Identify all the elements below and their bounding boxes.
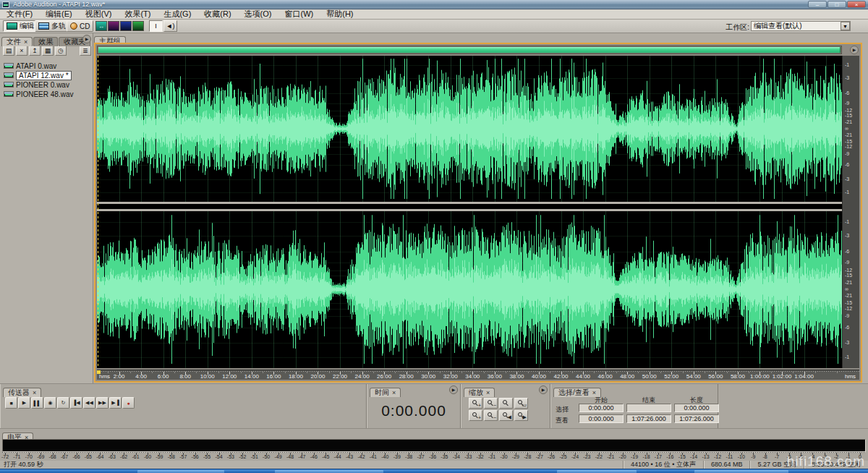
spectral-phase-display-button[interactable] — [132, 21, 144, 31]
insert-into-multitrack-icon[interactable]: ↥ — [29, 46, 41, 56]
close-icon[interactable]: × — [486, 389, 490, 396]
tab-files-1[interactable]: 效果 — [33, 37, 58, 46]
zoom-panel-menu-button[interactable]: ▶ — [539, 385, 548, 394]
tab-time-label: 时间 — [375, 388, 389, 398]
files-panel-menu-button[interactable]: ▶ — [82, 35, 91, 43]
zoom-panel: 缩放× ▶ +−▭+−◀▶ — [461, 384, 550, 429]
timeline-ruler[interactable]: hmshms2:004:006:008:0010:0012:0014:0016:… — [97, 370, 859, 380]
db-center-label: ∞ — [845, 126, 848, 131]
play-button[interactable]: ▶ — [18, 397, 30, 409]
timeline-minor-tick — [616, 372, 617, 373]
zoom-out-horizontal-button[interactable]: − — [484, 398, 498, 409]
db-label: -1 — [845, 219, 849, 224]
go-to-end-button[interactable]: ▶▐ — [109, 397, 122, 409]
zoom-to-right-edge-button[interactable]: ▶ — [514, 410, 528, 421]
waveform-display[interactable] — [97, 56, 842, 368]
play-from-cursor-button[interactable]: ◉ — [44, 397, 56, 409]
timeline-minor-tick — [461, 372, 462, 373]
menu-item-8[interactable]: 帮助(H) — [320, 9, 359, 19]
stop-button[interactable]: ■ — [5, 397, 17, 409]
zoom-full-button[interactable] — [499, 398, 513, 409]
timeline-label: 48:00 — [620, 373, 634, 380]
selection-start-field[interactable]: 0:00.000 — [579, 404, 624, 412]
meter-db-label: -29 — [512, 454, 519, 459]
zoom-to-left-edge-button[interactable]: ◀ — [499, 410, 513, 421]
chevron-down-icon[interactable]: ▼ — [841, 22, 850, 30]
db-label: -6 — [845, 90, 849, 95]
tab-time[interactable]: 时间× — [370, 388, 401, 397]
insert-into-cd-list-icon[interactable]: ▦ — [42, 46, 54, 56]
menu-item-0[interactable]: 文件(F) — [0, 9, 39, 19]
minimize-button[interactable]: – — [808, 1, 827, 8]
zoom-out-vertical-button[interactable]: − — [484, 410, 498, 421]
menu-item-3[interactable]: 效果(T) — [118, 9, 157, 19]
main-panel-menu-button[interactable]: ▶ — [850, 46, 859, 54]
meter-db-label: -72 — [1, 454, 9, 459]
zoom-in-vertical-button[interactable]: + — [469, 410, 482, 421]
playhead-marker[interactable] — [97, 370, 101, 374]
edit-view-button[interactable]: 编辑 — [3, 20, 38, 32]
selection-end-field[interactable] — [626, 404, 671, 412]
db-label: -9 — [845, 151, 849, 156]
fast-forward-button[interactable]: ▶▶ — [96, 397, 109, 409]
close-icon[interactable]: × — [392, 389, 396, 396]
view-start-field[interactable]: 0:00.000 — [579, 414, 624, 423]
timeline-minor-tick — [484, 372, 485, 373]
zoom-to-selection-button[interactable]: ▭ — [514, 398, 528, 409]
time-panel-menu-button[interactable]: ▶ — [449, 385, 458, 394]
close-icon[interactable]: × — [33, 389, 36, 396]
menu-item-6[interactable]: 选项(O) — [238, 9, 278, 19]
sort-options-icon[interactable]: ≣ — [80, 46, 91, 56]
close-icon[interactable]: × — [24, 38, 27, 46]
import-file-icon[interactable]: ▤ — [3, 46, 14, 56]
level-meter-bar[interactable] — [2, 439, 866, 452]
spectral-frequency-display-button[interactable] — [108, 21, 119, 31]
amplitude-ruler[interactable]: -1-1-3-3-6-6-9-9-12-12-15-15-21-21∞-1-1-… — [842, 56, 859, 368]
view-end-field[interactable]: 1:07:26.000 — [626, 414, 671, 423]
multitrack-view-button[interactable]: 多轨 — [35, 20, 69, 32]
meter-db-label: -69 — [37, 454, 44, 459]
spectral-pan-display-button[interactable] — [120, 21, 132, 31]
tab-files-0-label: 文件 — [7, 37, 21, 47]
tab-transport[interactable]: 传送器× — [3, 388, 41, 397]
menu-item-4[interactable]: 生成(G) — [157, 9, 197, 19]
pause-button[interactable]: ▌▌ — [31, 397, 43, 409]
tab-zoom[interactable]: 缩放× — [464, 388, 495, 397]
timeline-label: 58:00 — [731, 373, 745, 380]
restore-button[interactable]: □ — [827, 1, 846, 8]
menu-item-2[interactable]: 视图(V) — [79, 9, 119, 19]
menu-item-7[interactable]: 窗口(W) — [278, 9, 320, 19]
file-item[interactable]: PIONEER 0.wav — [0, 80, 93, 89]
time-selection-tool-button[interactable]: I — [149, 20, 163, 32]
rewind-button[interactable]: ◀◀ — [83, 397, 95, 409]
multitrack-icon — [38, 22, 49, 30]
audio-file-icon — [4, 91, 14, 97]
scrub-tool-button[interactable]: ◄) — [163, 20, 177, 32]
workspace-select[interactable]: 编辑查看(默认) — [751, 21, 851, 31]
waveform-display-button[interactable]: ↔ — [95, 21, 107, 31]
edit-file-icon[interactable]: ◷ — [55, 46, 67, 56]
close-button[interactable]: × — [847, 1, 866, 8]
timeline-minor-tick — [285, 372, 286, 373]
file-item[interactable]: PIONEER 48.wav — [0, 90, 93, 98]
window-title: Adobe Audition - ATAPI 12.wav* — [13, 0, 105, 9]
selection-length-field[interactable]: 0:00.000 — [674, 404, 719, 412]
menu-item-1[interactable]: 编辑(E) — [39, 9, 79, 19]
file-item[interactable]: ATAPI 12.wav * — [0, 71, 93, 80]
zoom-in-horizontal-button[interactable]: + — [469, 398, 482, 409]
view-length-field[interactable]: 1:07:26.000 — [674, 414, 719, 423]
menu-item-5[interactable]: 收藏(R) — [197, 9, 237, 19]
meter-db-label: -54 — [215, 454, 222, 459]
record-button[interactable]: ● — [122, 397, 135, 409]
cd-icon — [70, 22, 77, 30]
file-item[interactable]: ATAPI 0.wav — [0, 61, 93, 70]
overview-scrollbar[interactable] — [97, 46, 842, 54]
cd-view-button[interactable]: CD — [67, 20, 93, 32]
play-looped-button[interactable]: ↻ — [57, 397, 69, 409]
meter-db-label: -8 — [763, 454, 767, 459]
go-to-beginning-button[interactable]: ▐◀ — [70, 397, 82, 409]
close-file-icon[interactable]: × — [16, 46, 27, 56]
meter-db-label: -51 — [251, 454, 258, 459]
db-label: -21 — [845, 280, 852, 285]
tab-files-0[interactable]: 文件× — [1, 37, 33, 46]
